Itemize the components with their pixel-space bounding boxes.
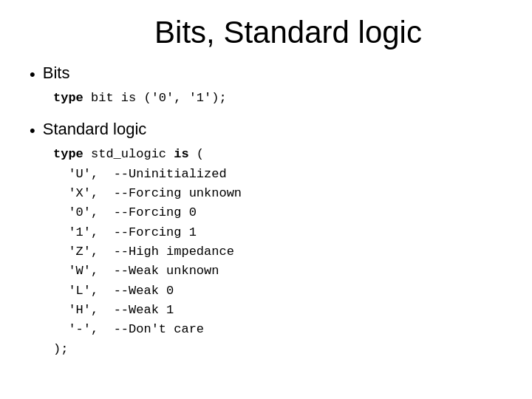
- code-line-10: '-', --Don't care: [53, 320, 502, 339]
- code-line-9: 'H', --Weak 1: [53, 301, 502, 320]
- comment-h: --Weak 1: [114, 303, 174, 317]
- bits-code: type bit is ('0', '1');: [53, 89, 502, 108]
- code-line-6: 'Z', --High impedance: [53, 242, 502, 262]
- bits-bullet-item: • Bits: [30, 64, 502, 84]
- code-line-1-rest: std_ulogic: [83, 147, 174, 161]
- code-line-7: 'W', --Weak unknown: [53, 262, 502, 281]
- bullet-icon: •: [30, 65, 35, 84]
- bits-section: • Bits type bit is ('0', '1');: [30, 64, 502, 108]
- comment-z: --High impedance: [114, 245, 234, 259]
- code-line-4: '0', --Forcing 0: [53, 203, 502, 222]
- page-container: Bits, Standard logic • Bits type bit is …: [0, 0, 532, 399]
- page-title: Bits, Standard logic: [74, 15, 502, 50]
- code-line-3: 'X', --Forcing unknown: [53, 184, 502, 203]
- std-logic-code-block: type std_ulogic is ( 'U', --Uninitialize…: [53, 145, 502, 359]
- comment-0: --Forcing 0: [114, 205, 197, 219]
- bits-label: Bits: [43, 64, 70, 83]
- is-keyword: is: [174, 147, 188, 161]
- comment-dash: --Don't care: [114, 322, 204, 336]
- code-line-11: );: [53, 340, 502, 359]
- code-line-8: 'L', --Weak 0: [53, 282, 502, 301]
- code-line-2: 'U', --Uninitialized: [53, 165, 502, 184]
- comment-l: --Weak 0: [114, 284, 174, 298]
- std-logic-bullet-item: • Standard logic: [30, 120, 502, 140]
- comment-u: --Uninitialized: [114, 167, 227, 181]
- comment-w: --Weak unknown: [114, 264, 219, 278]
- comment-x: --Forcing unknown: [114, 186, 242, 200]
- code-line-5: '1', --Forcing 1: [53, 223, 502, 242]
- bits-code-rest: bit is ('0', '1');: [83, 91, 227, 105]
- std-logic-label: Standard logic: [43, 120, 147, 139]
- bullet-icon-2: •: [30, 121, 35, 140]
- bits-type-keyword: type: [53, 91, 83, 105]
- comment-1: --Forcing 1: [114, 225, 197, 239]
- standard-logic-section: • Standard logic type std_ulogic is ( 'U…: [30, 120, 502, 359]
- code-line-1: type std_ulogic is (: [53, 145, 502, 164]
- type-keyword: type: [53, 147, 83, 161]
